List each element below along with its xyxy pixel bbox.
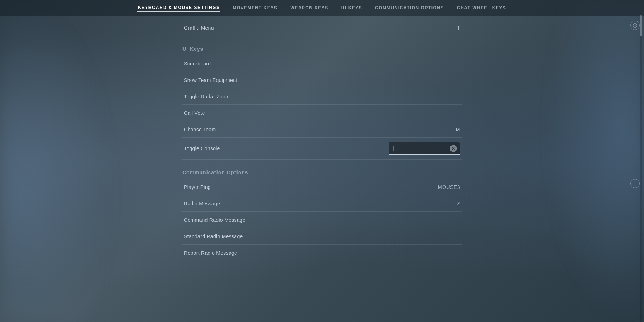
nav-item-weapon-keys[interactable]: WEAPON KEYS xyxy=(289,4,329,12)
setting-label-choose-team: Choose Team xyxy=(184,127,216,132)
setting-label-standard-radio-message: Standard Radio Message xyxy=(184,234,243,239)
setting-label-toggle-radar-zoom: Toggle Radar Zoom xyxy=(184,94,230,99)
setting-label-player-ping: Player Ping xyxy=(184,184,211,190)
key-input-text-toggle-console xyxy=(392,146,450,151)
setting-row-scoreboard: Scoreboard xyxy=(182,55,462,72)
setting-row-toggle-radar-zoom: Toggle Radar Zoom xyxy=(182,88,462,105)
nav-item-keyboard-mouse[interactable]: KEYBOARD & MOUSE SETTINGS xyxy=(137,4,221,12)
scroll-thumb xyxy=(640,15,642,36)
setting-row-radio-message: Radio MessageZ xyxy=(182,195,462,212)
setting-key-radio-message[interactable]: Z xyxy=(431,201,460,206)
setting-label-graffiti-menu: Graffiti Menu xyxy=(184,25,214,31)
setting-label-command-radio-message: Command Radio Message xyxy=(184,217,245,223)
info-icon[interactable] xyxy=(630,179,640,188)
setting-row-report-radio-message: Report Radio Message xyxy=(182,245,462,261)
setting-label-scoreboard: Scoreboard xyxy=(184,61,211,67)
setting-row-standard-radio-message: Standard Radio Message xyxy=(182,228,462,245)
nav-item-communication-options[interactable]: COMMUNICATION OPTIONS xyxy=(374,4,445,12)
setting-row-choose-team: Choose TeamM xyxy=(182,121,462,138)
setting-row-call-vote: Call Vote xyxy=(182,105,462,121)
setting-key-graffiti-menu[interactable]: T xyxy=(431,25,460,31)
nav-item-chat-wheel-keys[interactable]: CHAT WHEEL KEYS xyxy=(456,4,507,12)
settings-panel: Graffiti MenuTUI KeysScoreboardShow Team… xyxy=(182,16,462,322)
setting-label-show-team-equipment: Show Team Equipment xyxy=(184,77,237,83)
section-header-ui-keys-section: UI Keys xyxy=(182,36,462,55)
setting-label-call-vote: Call Vote xyxy=(184,110,205,116)
history-icon[interactable] xyxy=(630,21,640,30)
setting-label-report-radio-message: Report Radio Message xyxy=(184,250,237,256)
setting-label-toggle-console: Toggle Console xyxy=(184,146,220,151)
key-input-toggle-console[interactable]: ✕ xyxy=(389,142,460,155)
setting-row-graffiti-menu: Graffiti MenuT xyxy=(182,20,462,36)
setting-row-show-team-equipment: Show Team Equipment xyxy=(182,72,462,88)
setting-row-player-ping: Player PingMOUSE3 xyxy=(182,179,462,195)
top-nav: KEYBOARD & MOUSE SETTINGSMOVEMENT KEYSWE… xyxy=(0,0,644,16)
setting-row-command-radio-message: Command Radio Message xyxy=(182,212,462,228)
setting-label-radio-message: Radio Message xyxy=(184,201,220,206)
setting-key-choose-team[interactable]: M xyxy=(431,127,460,132)
key-clear-button-toggle-console[interactable]: ✕ xyxy=(450,145,457,152)
content-area[interactable]: Graffiti MenuTUI KeysScoreboardShow Team… xyxy=(0,16,644,322)
section-header-communication-section: Communication Options xyxy=(182,160,462,179)
nav-item-ui-keys[interactable]: UI KEYS xyxy=(341,4,363,12)
nav-item-movement-keys[interactable]: MOVEMENT KEYS xyxy=(232,4,278,12)
setting-row-toggle-console: Toggle Console✕ xyxy=(182,138,462,160)
setting-key-player-ping[interactable]: MOUSE3 xyxy=(431,184,460,190)
info-icons-panel xyxy=(630,15,640,188)
scroll-track[interactable] xyxy=(640,15,642,322)
